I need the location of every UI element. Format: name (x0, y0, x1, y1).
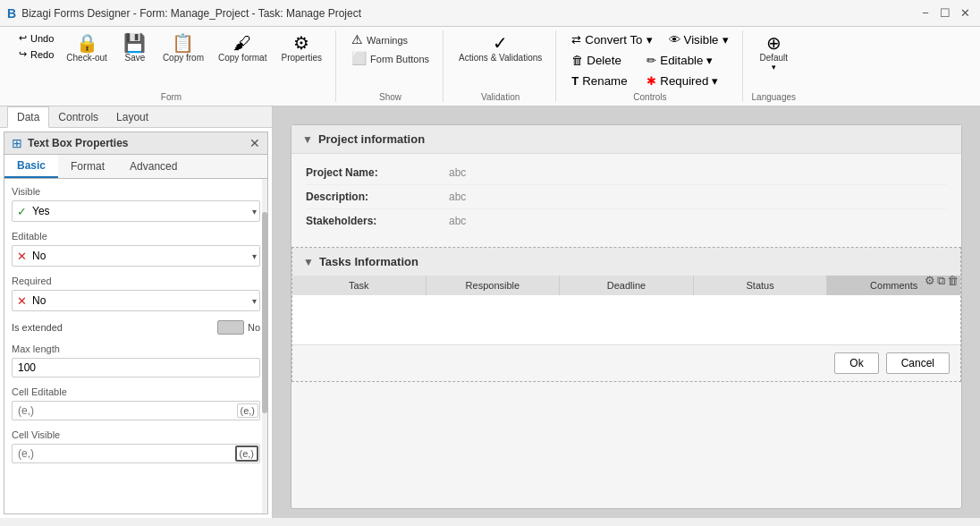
is-extended-toggle-label: No (248, 322, 260, 333)
required-x-icon: ✕ (17, 294, 27, 308)
undo-button[interactable]: ↩ Undo (14, 30, 58, 46)
save-button[interactable]: 💾 Save (115, 30, 155, 66)
show-group-items: ⚠ Warnings ⬜ Form Buttons (345, 30, 435, 90)
text-box-properties-panel: ⊞ Text Box Properties ✕ Basic Format Adv… (4, 132, 268, 514)
convert-icon: ⇄ (571, 33, 581, 47)
textbox-icon: ⊞ (12, 136, 22, 150)
properties-button[interactable]: ⚙ Properties (275, 30, 328, 66)
warnings-button[interactable]: ⚠ Warnings (345, 30, 435, 48)
visible-button[interactable]: 👁 Visible ▾ (663, 30, 735, 49)
editable-dropdown-icon: ▾ (706, 54, 713, 67)
required-select-wrapper: ✕ No Yes ▾ (12, 290, 260, 311)
editable-label: Editable (660, 54, 703, 67)
show-split: ⚠ Warnings ⬜ Form Buttons (345, 30, 435, 67)
tasks-grid-footer: Ok Cancel (292, 344, 960, 381)
checkout-button[interactable]: 🔒 Check-out (60, 30, 114, 66)
copy-from-label: Copy from (163, 53, 204, 63)
copy-from-icon: 📋 (172, 34, 194, 52)
languages-group-label: Languages (752, 92, 797, 102)
show-group-label: Show (345, 92, 435, 102)
project-name-value: abc (449, 166, 947, 179)
editable-button[interactable]: ✏ Editable ▾ (640, 51, 719, 70)
project-info-header: ▼ Project information (291, 125, 961, 154)
form-buttons-label: Form Buttons (370, 54, 429, 64)
copy-format-button[interactable]: 🖌 Copy format (212, 30, 273, 66)
default-icon: ⊕ (766, 34, 781, 52)
visible-label: Visible (12, 186, 260, 197)
delete-button[interactable]: 🗑 Delete (565, 51, 637, 70)
controls-group-label: Controls (565, 92, 734, 102)
ribbon-content: ↩ Undo ↪ Redo 🔒 Check-out 💾 Save (0, 27, 980, 106)
props-tabs: Basic Format Advanced (4, 155, 267, 179)
scrollbar-thumb[interactable] (262, 212, 267, 412)
rename-button[interactable]: T Rename (565, 72, 637, 90)
project-info-fields: Project Name: abc Description: abc Stake… (291, 154, 961, 240)
visible-icon: 👁 (669, 33, 680, 47)
stakeholders-label: Stakeholders: (306, 215, 449, 227)
grid-delete-icon[interactable]: 🗑 (947, 274, 959, 288)
visible-select[interactable]: Yes No (12, 200, 260, 222)
props-tab-basic[interactable]: Basic (4, 155, 58, 178)
grid-actions: ⚙ ⧉ 🗑 (925, 274, 959, 288)
required-button[interactable]: ✱ Required ▾ (640, 72, 724, 90)
grid-settings-icon[interactable]: ⚙ (925, 274, 935, 288)
panel-tab-controls[interactable]: Controls (49, 106, 107, 127)
actions-button[interactable]: ✓ Actions & Validations (452, 30, 548, 66)
props-tab-format[interactable]: Format (58, 155, 117, 178)
default-label: Default (759, 53, 788, 63)
warnings-icon: ⚠ (351, 33, 363, 46)
minimize-button[interactable]: − (917, 5, 934, 21)
props-title: Text Box Properties (28, 137, 128, 149)
cell-visible-expr-wrapper: (e,) (12, 444, 260, 463)
cell-editable-input[interactable] (12, 401, 260, 420)
cancel-button[interactable]: Cancel (886, 352, 950, 374)
convert-label: Convert To (585, 33, 642, 47)
redo-icon: ↪ (19, 48, 27, 60)
title-bar: B Bizagi Forms Designer - Form: Manage_P… (0, 0, 980, 27)
cell-editable-label: Cell Editable (12, 386, 260, 397)
actions-label: Actions & Validations (459, 53, 542, 63)
close-button[interactable]: ✕ (957, 5, 973, 21)
checkout-label: Check-out (66, 53, 107, 63)
cell-visible-expr-button[interactable]: (e,) (235, 445, 259, 462)
props-close-button[interactable]: ✕ (249, 136, 260, 150)
form-group-label: Form (14, 92, 328, 102)
stakeholders-row: Stakeholders: abc (306, 209, 947, 233)
form-buttons-icon: ⬜ (351, 52, 367, 64)
form-buttons-button[interactable]: ⬜ Form Buttons (345, 49, 435, 67)
panel-tab-data[interactable]: Data (7, 106, 49, 128)
ribbon-group-languages: ⊕ Default ▾ Languages (745, 30, 804, 102)
title-bar-left: B Bizagi Forms Designer - Form: Manage_P… (7, 6, 361, 21)
max-length-input[interactable] (12, 358, 260, 378)
cell-editable-expr-wrapper: (e,) (12, 401, 260, 420)
default-button[interactable]: ⊕ Default ▾ (753, 30, 794, 75)
editable-select[interactable]: No Yes (12, 245, 260, 267)
copy-from-button[interactable]: 📋 Copy from (156, 30, 210, 66)
cell-visible-label: Cell Visible (12, 429, 260, 440)
props-content: Visible ✓ Yes No ▾ Editable ✕ No Yes (4, 179, 267, 513)
copy-format-label: Copy format (218, 53, 266, 63)
grid-copy-icon[interactable]: ⧉ (937, 274, 945, 288)
warnings-label: Warnings (367, 35, 408, 46)
description-value: abc (449, 191, 947, 203)
visible-check-icon: ✓ (17, 205, 27, 218)
ok-button[interactable]: Ok (834, 352, 878, 374)
cell-visible-input[interactable] (12, 444, 260, 463)
panel-tab-layout[interactable]: Layout (107, 106, 157, 127)
tasks-info-toggle[interactable]: ▼ (303, 256, 314, 268)
cell-editable-expr-button[interactable]: (e,) (237, 403, 259, 418)
convert-to-button[interactable]: ⇄ Convert To ▾ (565, 30, 658, 49)
props-tab-advanced[interactable]: Advanced (117, 155, 190, 178)
redo-label: Redo (30, 49, 54, 60)
editable-icon: ✏ (646, 54, 656, 67)
save-label: Save (124, 53, 145, 63)
visible-label: Visible (684, 33, 719, 47)
is-extended-toggle[interactable] (217, 320, 244, 335)
redo-button[interactable]: ↪ Redo (14, 47, 58, 62)
required-select[interactable]: No Yes (12, 290, 260, 311)
tasks-grid-body (292, 295, 960, 344)
maximize-button[interactable]: ☐ (937, 5, 953, 21)
main-area: Data Controls Layout ⊞ Text Box Properti… (0, 106, 980, 518)
project-info-toggle[interactable]: ▼ (302, 133, 313, 146)
description-row: Description: abc (306, 185, 947, 209)
